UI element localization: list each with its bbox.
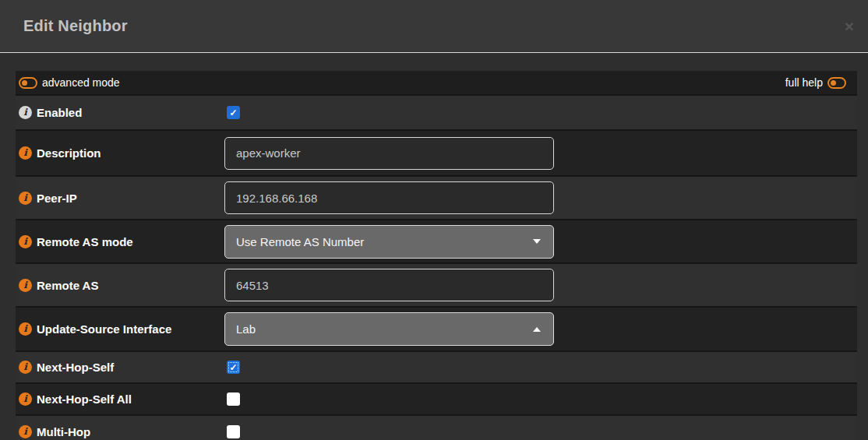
form-toolbar-row: advanced mode full help xyxy=(16,71,857,94)
chevron-up-icon xyxy=(533,327,541,332)
close-icon[interactable]: × xyxy=(845,18,854,34)
advanced-mode-control[interactable]: advanced mode xyxy=(19,76,120,89)
row-remote-as-mode: i Remote AS mode Use Remote AS Number xyxy=(16,219,857,262)
field-label: Next-Hop-Self xyxy=(37,361,114,374)
field-label: Enabled xyxy=(37,106,82,119)
dialog-header: Edit Neighbor × xyxy=(0,0,868,53)
info-icon[interactable]: i xyxy=(19,235,32,248)
control-cell xyxy=(224,269,857,301)
row-update-source-interface: i Update-Source Interface Lab xyxy=(16,306,857,350)
row-multi-hop: i Multi-Hop ✓ xyxy=(16,414,857,440)
info-icon[interactable]: i xyxy=(19,392,32,406)
next-hop-self-all-checkbox[interactable]: ✓ xyxy=(227,392,240,406)
field-label: Remote AS mode xyxy=(37,235,133,248)
label-cell: i Description xyxy=(16,146,224,160)
control-cell: ✓ xyxy=(224,425,857,438)
info-icon[interactable]: i xyxy=(19,425,32,438)
control-cell xyxy=(224,181,857,214)
control-cell: ✓ xyxy=(224,106,857,119)
label-cell: i Next-Hop-Self All xyxy=(16,392,224,406)
remote-as-input[interactable] xyxy=(224,269,554,301)
label-cell: i Peer-IP xyxy=(16,192,224,205)
field-label: Peer-IP xyxy=(37,192,77,205)
info-icon[interactable]: i xyxy=(19,322,32,336)
row-next-hop-self-all: i Next-Hop-Self All ✓ xyxy=(16,382,857,414)
selected-option-label: Use Remote AS Number xyxy=(236,235,364,248)
field-label: Next-Hop-Self All xyxy=(37,392,132,406)
neighbor-form: advanced mode full help i Enabled ✓ i De… xyxy=(16,71,857,440)
row-peer-ip: i Peer-IP xyxy=(16,175,857,219)
update-source-interface-select[interactable]: Lab xyxy=(224,312,554,346)
control-cell: Use Remote AS Number xyxy=(224,225,857,259)
selected-option-label: Lab xyxy=(236,322,256,336)
label-cell: i Multi-Hop xyxy=(16,425,224,438)
advanced-mode-toggle-icon[interactable] xyxy=(19,77,37,89)
multi-hop-checkbox[interactable]: ✓ xyxy=(227,425,240,438)
info-icon[interactable]: i xyxy=(19,279,32,292)
description-input[interactable] xyxy=(224,137,554,170)
dialog-body: advanced mode full help i Enabled ✓ i De… xyxy=(0,53,868,440)
label-cell: i Remote AS xyxy=(16,279,224,292)
row-next-hop-self: i Next-Hop-Self ✓ xyxy=(16,350,857,382)
control-cell xyxy=(224,137,857,170)
label-cell: i Update-Source Interface xyxy=(16,322,224,336)
chevron-down-icon xyxy=(533,239,541,244)
peer-ip-input[interactable] xyxy=(224,181,554,214)
info-icon[interactable]: i xyxy=(19,361,32,374)
control-cell: ✓ xyxy=(224,361,857,374)
label-cell: i Remote AS mode xyxy=(16,235,224,248)
dialog-title: Edit Neighbor xyxy=(23,17,128,35)
advanced-mode-label: advanced mode xyxy=(42,76,120,89)
row-remote-as: i Remote AS xyxy=(16,262,857,306)
full-help-control[interactable]: full help xyxy=(785,76,846,89)
field-label: Update-Source Interface xyxy=(37,322,171,336)
enabled-checkbox[interactable]: ✓ xyxy=(227,106,240,119)
info-icon[interactable]: i xyxy=(19,106,32,119)
field-label: Description xyxy=(37,146,101,160)
full-help-toggle-icon[interactable] xyxy=(827,77,846,89)
control-cell: ✓ xyxy=(224,392,857,406)
info-icon[interactable]: i xyxy=(19,146,32,160)
field-label: Remote AS xyxy=(37,279,98,292)
label-cell: i Next-Hop-Self xyxy=(16,361,224,374)
info-icon[interactable]: i xyxy=(19,192,32,205)
field-label: Multi-Hop xyxy=(37,425,90,438)
next-hop-self-checkbox[interactable]: ✓ xyxy=(227,361,240,374)
remote-as-mode-select[interactable]: Use Remote AS Number xyxy=(224,225,554,259)
full-help-label: full help xyxy=(785,76,823,89)
label-cell: i Enabled xyxy=(16,106,224,119)
row-enabled: i Enabled ✓ xyxy=(16,94,857,129)
row-description: i Description xyxy=(16,129,857,175)
control-cell: Lab xyxy=(224,312,857,346)
